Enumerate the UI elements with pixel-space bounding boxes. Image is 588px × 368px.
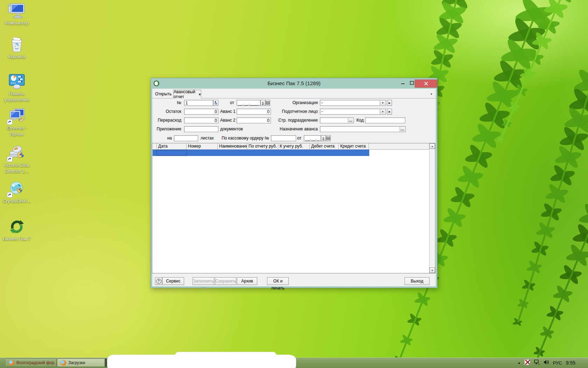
desktop-icon-biznes-pak[interactable]: Бизнес Пак 7 [0,219,34,242]
help-icon: ? [156,279,161,284]
cash-order-from-label: от [296,135,301,141]
desktop-icon-label: Компьютер [0,20,34,26]
grid-selected-row[interactable] [153,150,369,156]
ethernet-shortcut-icon [8,108,26,124]
desktop-icon-label: Корзина [0,54,34,60]
scroll-up-icon[interactable]: ▲ [429,143,435,149]
grid-header-debit[interactable]: Дебет счета [310,143,339,150]
archive-button[interactable]: Архив [237,277,257,285]
shortcut-arrow-icon [7,156,13,162]
accountable-person-open-icon[interactable]: ▶ [387,109,392,115]
crystaldiskinfo-icon [8,181,26,197]
advance2-input[interactable] [237,117,271,123]
maximize-button[interactable] [408,78,415,87]
cash-order-date-input[interactable] [304,135,321,141]
desktop-icon-label: Бизнес Пак 7 [0,236,34,242]
items-grid[interactable]: Дата Номер Наименование По отчету руб. К… [152,143,435,273]
calendar-grid-icon[interactable] [265,100,270,106]
ok-print-button[interactable]: ОК и печать [267,277,289,285]
grid-header-date[interactable]: Дата [157,143,187,150]
sheets-label: листах [201,135,218,141]
calendar-grid-icon[interactable] [326,135,331,141]
acronis-disk-icon [8,145,26,161]
open-menu-label: Открыть [155,91,172,96]
document-number-input[interactable] [184,100,213,106]
taskbar-window-firefox-downloads[interactable]: Загрузки [57,359,108,367]
desktop-icon-crystaldiskinfo[interactable]: CrystalDiskI... [0,181,34,204]
help-button[interactable]: ? [155,277,162,285]
organization-open-icon[interactable]: ▶ [387,100,392,106]
minimize-button[interactable] [399,78,406,87]
purpose-browse-icon[interactable]: … [400,127,405,131]
overrun-input[interactable] [184,117,218,123]
taskbar-window-label: Волгоградский фор... [16,360,57,365]
network-icon[interactable] [534,360,540,366]
tab-close-icon[interactable]: × [199,92,201,96]
accountable-person-value: - [321,109,323,114]
tabstrip-dropdown-icon[interactable]: ▼ [430,93,433,95]
accountable-person-label: Подотчетное лицо [276,109,318,115]
cash-order-number-input[interactable] [271,135,296,141]
taskbar-window-firefox-forum[interactable]: Волгоградский фор... [5,359,57,367]
close-button[interactable] [415,80,437,88]
firefox-icon [9,360,14,366]
save-button[interactable]: Сохранить [215,277,236,285]
window-title: Бизнес Пак 7.5 (1289) [151,78,437,89]
on-label: на [161,135,172,141]
system-tray[interactable]: ▲ РУС 9:55 [518,357,575,368]
desktop: Компьютер Корзина Панель управления Ethe… [0,0,588,368]
erased-region [175,352,276,359]
grid-header-accepted[interactable]: К учету руб. [278,143,310,150]
fill-by-button[interactable]: Заполнить по [192,277,214,285]
language-indicator[interactable]: РУС [553,360,562,366]
advance1-input[interactable] [237,109,271,115]
grid-header-credit[interactable]: Кредит счета [339,143,369,150]
organization-combo[interactable]: - ▼ [320,100,386,106]
balance-input[interactable] [184,109,218,115]
desktop-icon-label: Acronis Disk Director 1... [0,163,34,175]
date-input[interactable] [237,100,260,106]
combo-dropdown-icon[interactable]: ▼ [380,101,385,105]
clock[interactable]: 9:55 [566,360,575,366]
no-label: № [164,100,181,106]
calendar-day-icon[interactable]: 5 [260,100,265,106]
kaspersky-icon[interactable] [525,360,530,366]
biznes-pak-icon [8,219,26,235]
tab-label: Авансовый отчет [174,89,197,99]
speaker-icon[interactable] [544,360,549,366]
purpose-input[interactable]: … [320,126,406,132]
combo-dropdown-icon[interactable]: ▼ [380,109,385,114]
tab-avansovy-otchet[interactable]: Авансовый отчет × [173,90,201,98]
grid-header-number[interactable]: Номер [187,143,218,150]
purpose-label: Назначение аванса [274,126,318,132]
desktop-icon-recycle-bin[interactable]: Корзина [0,36,34,60]
grid-vertical-scrollbar[interactable]: ▲ ▼ [429,143,435,273]
grid-indicator-header [152,143,157,150]
desktop-icon-acronis[interactable]: Acronis Disk Director 1... [0,145,34,175]
grid-header-per-report[interactable]: По отчету руб. [247,143,278,150]
desktop-icon-ethernet[interactable]: Ethernet - Ярлык [0,108,34,137]
grid-focus-cell [156,150,187,156]
grid-header-name[interactable]: Наименование [218,143,247,150]
accountable-person-combo[interactable]: - ▼ [320,109,386,115]
department-label: Стр. подразделение [274,117,318,123]
shortcut-arrow-icon [7,192,13,198]
department-input[interactable]: … [320,117,354,123]
show-hidden-icons-arrow-icon[interactable]: ▲ [518,361,521,364]
balance-label: Остаток [160,109,181,115]
calendar-day-icon[interactable]: 5 [321,135,326,141]
desktop-icon-control-panel[interactable]: Панель управления [0,74,34,103]
desktop-icon-computer[interactable]: Компьютер [0,3,34,26]
code-input[interactable] [365,117,405,123]
attachment-input[interactable] [184,126,218,132]
titlebar[interactable]: Бизнес Пак 7.5 (1289) [151,78,437,89]
attachment-label: Приложение [153,126,181,132]
service-button[interactable]: Сервис [162,277,184,285]
exit-button[interactable]: Выход [405,277,429,285]
computer-icon [8,3,26,19]
next-number-icon[interactable] [213,100,218,106]
open-menu-button[interactable]: Открыть ▼ [155,91,176,97]
scroll-down-icon[interactable]: ▼ [429,267,435,273]
department-browse-icon[interactable]: … [348,118,353,123]
sheets-count-input[interactable] [174,135,198,141]
